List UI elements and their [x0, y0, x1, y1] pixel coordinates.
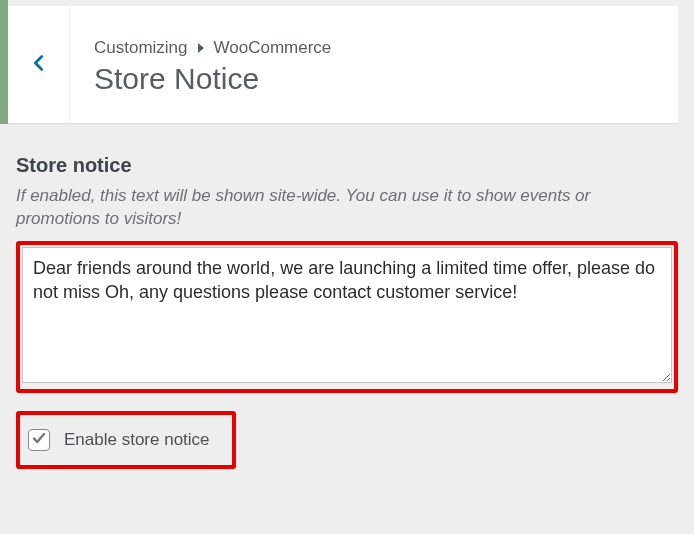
section-description: If enabled, this text will be shown site…	[16, 185, 678, 231]
breadcrumb-parent: WooCommerce	[214, 38, 332, 58]
content-area: Store notice If enabled, this text will …	[16, 154, 678, 469]
chevron-left-icon	[28, 52, 50, 78]
enable-checkbox-label[interactable]: Enable store notice	[64, 430, 210, 450]
breadcrumb: Customizing WooCommerce	[94, 38, 331, 58]
caret-right-icon	[196, 43, 206, 53]
check-icon	[32, 431, 46, 449]
enable-checkbox[interactable]	[28, 429, 50, 451]
section-title: Store notice	[16, 154, 678, 177]
header-text: Customizing WooCommerce Store Notice	[70, 6, 351, 123]
store-notice-highlight	[16, 241, 678, 393]
store-notice-textarea[interactable]	[22, 247, 672, 383]
svg-marker-0	[198, 43, 204, 53]
panel-title: Store Notice	[94, 62, 331, 96]
breadcrumb-root: Customizing	[94, 38, 188, 58]
panel-header: Customizing WooCommerce Store Notice	[8, 6, 678, 124]
enable-highlight: Enable store notice	[16, 411, 236, 469]
accent-strip	[0, 0, 8, 124]
back-button[interactable]	[8, 6, 70, 123]
